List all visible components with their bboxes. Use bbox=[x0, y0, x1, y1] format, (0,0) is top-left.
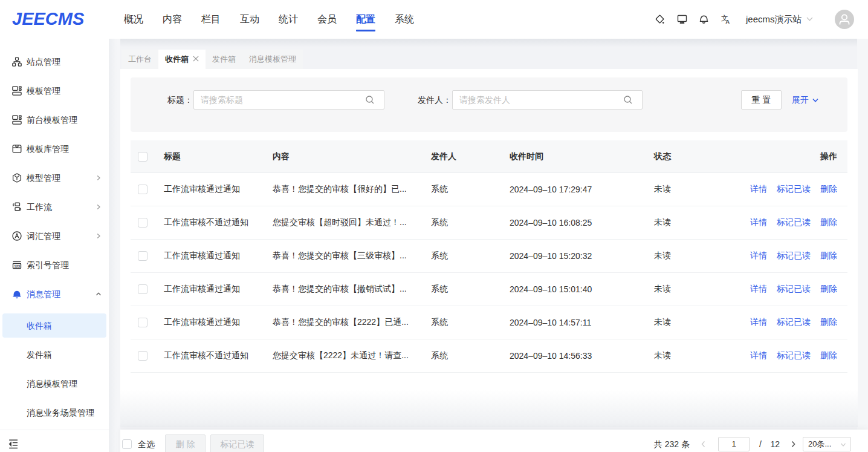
svg-text:123: 123 bbox=[14, 264, 21, 268]
svg-text:A: A bbox=[725, 18, 730, 24]
